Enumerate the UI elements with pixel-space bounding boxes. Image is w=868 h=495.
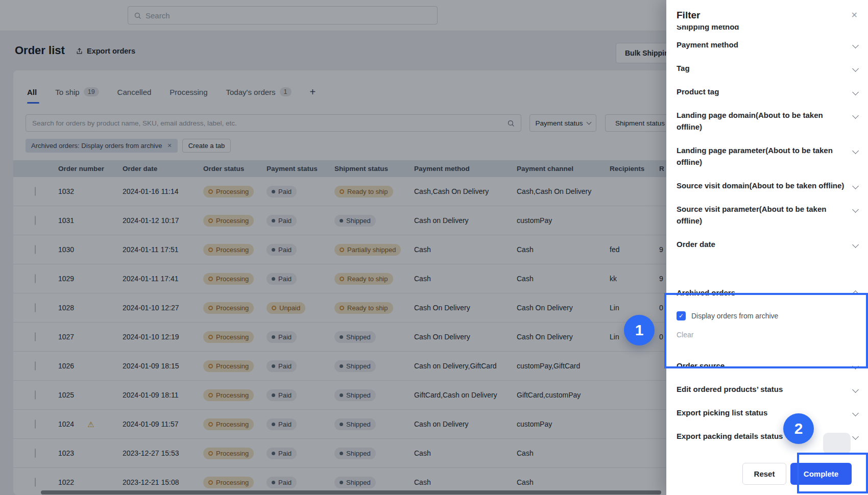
filter-section-row[interactable]: Tag: [677, 56, 858, 80]
chevron-down-icon[interactable]: [852, 433, 859, 440]
filter-section-row[interactable]: Edit ordered products’ status: [677, 377, 858, 401]
filter-section-row[interactable]: Source visit domain(About to be taken of…: [677, 174, 858, 197]
chevron-down-icon[interactable]: [852, 386, 859, 393]
filter-section-label: Archived orders: [677, 288, 735, 297]
archive-checkbox-row[interactable]: ✓ Display orders from archive: [677, 311, 858, 320]
filter-section-label: Payment method: [677, 39, 738, 51]
archived-orders-section: Archived orders ✓ Display orders from ar…: [677, 278, 858, 354]
filter-section-label: Landing page domain(About to be taken of…: [677, 109, 845, 133]
chevron-down-icon[interactable]: [852, 183, 859, 189]
filter-section-label: Source visit domain(About to be taken of…: [677, 180, 844, 191]
filter-section-row[interactable]: Product tag: [677, 80, 858, 103]
filter-section-row[interactable]: Order date: [677, 232, 858, 256]
archived-orders-header[interactable]: Archived orders: [677, 288, 858, 297]
chevron-down-icon[interactable]: [852, 42, 859, 48]
filter-section-label: Export picking list status: [677, 407, 767, 418]
filter-panel-title: Filter: [677, 10, 700, 21]
archive-checkbox-label: Display orders from archive: [691, 312, 778, 320]
chevron-down-icon[interactable]: [852, 363, 859, 369]
filter-section-row[interactable]: Order source: [677, 354, 858, 377]
filter-section-label: Landing page parameter(About to be taken…: [677, 144, 845, 168]
clear-link[interactable]: Clear: [677, 331, 858, 339]
chevron-down-icon[interactable]: [852, 112, 859, 119]
complete-button[interactable]: Complete: [790, 463, 852, 485]
filter-panel: Filter ✕ Shipping method Payment method …: [666, 0, 868, 495]
annotation-step-2: 2: [783, 413, 814, 444]
filter-section-row[interactable]: Shipping method: [677, 26, 858, 33]
filter-section-label: Product tag: [677, 86, 719, 97]
filter-section-label: Tag: [677, 62, 690, 74]
close-icon[interactable]: ✕: [851, 11, 858, 19]
filter-section-label: Source visit parameter(About to be taken…: [677, 203, 845, 227]
filter-section-row[interactable]: Export picking list status: [677, 401, 858, 424]
filter-section-row[interactable]: Landing page parameter(About to be taken…: [677, 138, 858, 174]
filter-section-row[interactable]: Landing page domain(About to be taken of…: [677, 103, 858, 138]
filter-section-list: Shipping method Payment method Tag Produ…: [666, 26, 868, 448]
filter-section-label: Shipping method: [677, 26, 739, 33]
filter-section-row[interactable]: Payment method: [677, 33, 858, 56]
filter-section-label: Export packing details status: [677, 430, 783, 442]
chevron-down-icon[interactable]: [852, 410, 859, 416]
chevron-down-icon[interactable]: [852, 206, 859, 213]
filter-section-label: Order date: [677, 238, 715, 250]
filter-section-label: Edit ordered products’ status: [677, 383, 783, 395]
filter-section-label: Order source: [677, 360, 725, 372]
annotation-step-1: 1: [624, 315, 655, 345]
chevron-down-icon[interactable]: [852, 65, 859, 72]
reset-button[interactable]: Reset: [742, 463, 786, 485]
chevron-down-icon[interactable]: [852, 241, 859, 248]
floating-button[interactable]: [823, 433, 851, 454]
checkbox-checked-icon[interactable]: ✓: [677, 311, 686, 320]
chevron-down-icon[interactable]: [852, 147, 859, 154]
chevron-up-icon[interactable]: [852, 290, 859, 297]
filter-panel-footer: Reset Complete: [666, 453, 868, 495]
chevron-down-icon[interactable]: [852, 89, 859, 95]
filter-section-row[interactable]: Source visit parameter(About to be taken…: [677, 197, 858, 232]
